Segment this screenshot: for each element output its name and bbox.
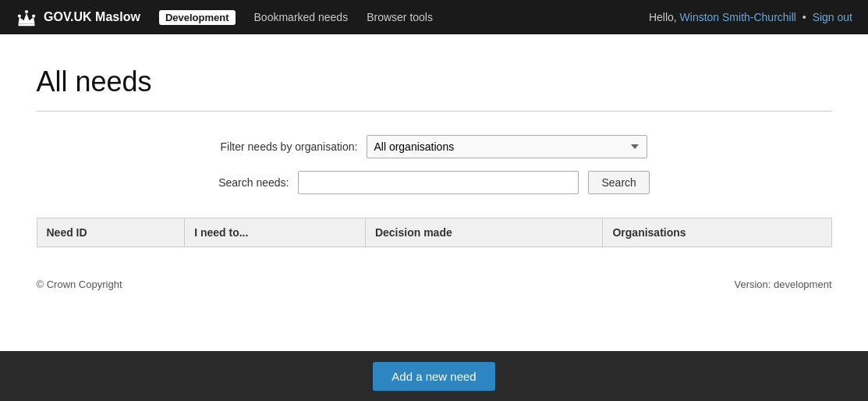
col-i-need-to: I need to... (185, 218, 366, 247)
footer-text: © Crown Copyright Version: development (37, 271, 832, 337)
version-text: Version: development (734, 279, 831, 290)
svg-point-0 (18, 15, 21, 18)
table-header: Need ID I need to... Decision made Organ… (37, 218, 831, 247)
col-decision-made: Decision made (365, 218, 603, 247)
user-name-link[interactable]: Winston Smith-Churchill (680, 11, 796, 23)
table-header-row: Need ID I need to... Decision made Organ… (37, 218, 831, 247)
environment-badge: Development (159, 10, 236, 25)
svg-point-1 (25, 10, 28, 13)
separator-dot: • (802, 11, 806, 23)
browser-tools-link[interactable]: Browser tools (367, 11, 433, 23)
brand-link[interactable]: GOV.UK Maslow (16, 6, 140, 28)
search-label: Search needs: (218, 176, 289, 189)
copyright-text: © Crown Copyright (37, 279, 122, 290)
svg-rect-3 (19, 23, 35, 26)
crown-icon (16, 6, 37, 28)
svg-point-2 (32, 15, 35, 18)
nav-user-section: Hello, Winston Smith-Churchill • Sign ou… (649, 11, 852, 23)
bookmarked-needs-link[interactable]: Bookmarked needs (254, 11, 349, 23)
search-input[interactable] (298, 171, 579, 194)
divider (37, 111, 832, 112)
main-content: All needs Filter needs by organisation: … (21, 34, 848, 353)
search-button[interactable]: Search (588, 171, 649, 194)
search-row: Search needs: Search (218, 171, 650, 194)
filter-row: Filter needs by organisation: All organi… (221, 135, 648, 158)
nav-links: Bookmarked needs Browser tools (254, 11, 630, 23)
organisation-filter-select[interactable]: All organisations (367, 135, 647, 158)
filter-section: Filter needs by organisation: All organi… (37, 135, 832, 194)
col-organisations: Organisations (603, 218, 831, 247)
needs-table: Need ID I need to... Decision made Organ… (37, 218, 832, 247)
bottom-bar: Add a new need (0, 351, 868, 353)
navbar: GOV.UK Maslow Development Bookmarked nee… (0, 0, 868, 34)
col-need-id: Need ID (37, 218, 185, 247)
greeting-text: Hello, (649, 11, 680, 23)
brand-name: GOV.UK Maslow (44, 10, 140, 24)
page-title: All needs (37, 66, 832, 98)
signout-link[interactable]: Sign out (813, 11, 852, 23)
filter-label: Filter needs by organisation: (221, 140, 358, 153)
